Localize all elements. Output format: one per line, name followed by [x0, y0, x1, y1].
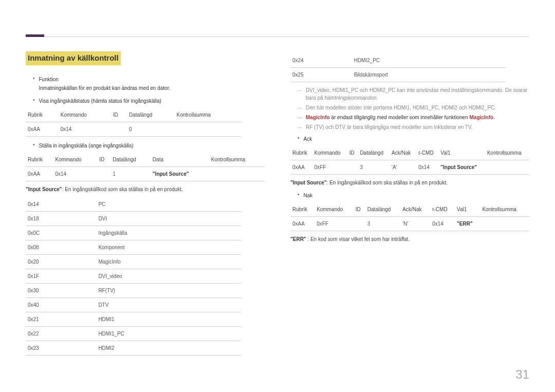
desc-err: "ERR" : En kod som visar vilket fel som …	[290, 235, 529, 243]
bullet-nak: Nak	[298, 191, 529, 200]
desc-input-source: "Input Source": En ingångskällkod som sk…	[26, 185, 265, 193]
note-rf: RF (TV) och DTV är bara tillgängliga med…	[298, 123, 529, 131]
table-codes: 0x14PC 0x18DVI 0x0CIngångskälla 0x08Komp…	[26, 197, 241, 356]
table-view-status: RubrikKommando IDDatalängd Kontrollsumma…	[26, 108, 241, 137]
bullet-funktion: Funktion Inmatningskällan för en produkt…	[33, 74, 265, 93]
section-title: Inmatning av källkontroll	[26, 51, 121, 65]
bullet-visa: Visa ingångskällstatus (hämta status för…	[33, 96, 265, 106]
table-codes-cont: 0x24HDMI2_PC 0x25Bildskärmsport	[290, 53, 506, 82]
desc-input-source-2: "Input Source": En ingångskällkod som sk…	[290, 179, 529, 186]
left-column: Inmatning av källkontroll Funktion Inmat…	[26, 51, 265, 360]
right-column: 0x24HDMI2_PC 0x25Bildskärmsport DVI_vide…	[290, 51, 529, 360]
note-model: Den här modellen stöder inte portarna HD…	[298, 104, 529, 111]
bullet-ack: Ack	[298, 134, 529, 144]
header-rule	[26, 21, 529, 37]
table-set-source: RubrikKommando IDDatalängd DataKontrolls…	[26, 153, 265, 181]
table-ack: RubrikKommando IDDatalängd Ack/Nakr-CMD …	[290, 146, 529, 175]
table-nak: RubrikKommando IDDatalängd Ack/Nakr-CMD …	[290, 202, 529, 231]
note-magicinfo: MagicInfo är endast tillgänglig med mode…	[298, 114, 529, 121]
page-number: 31	[515, 367, 529, 382]
bullet-set: Ställa in ingångskälla (ange ingångskäll…	[33, 141, 265, 151]
note-dvi: DVI_video, HDMI1_PC och HDMI2_PC kan int…	[298, 86, 529, 102]
